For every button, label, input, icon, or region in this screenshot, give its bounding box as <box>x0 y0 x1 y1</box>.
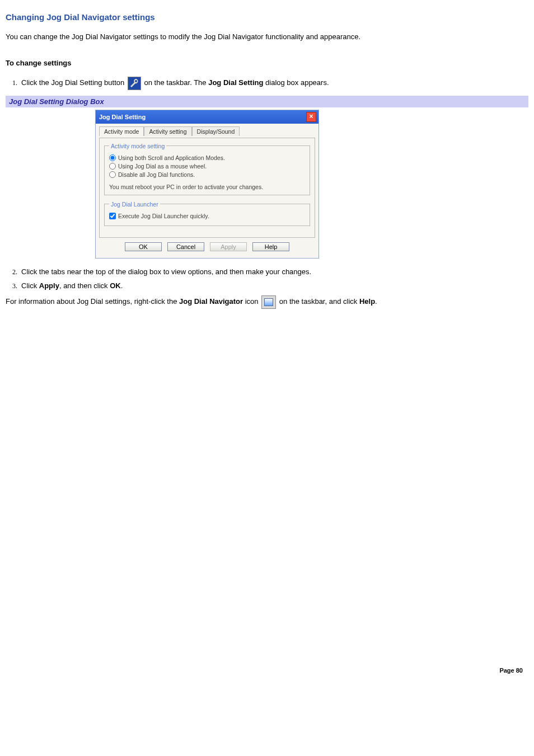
page-number: Page 80 <box>499 667 523 674</box>
tab-display-sound[interactable]: Display/Sound <box>192 126 240 136</box>
tab-activity-setting[interactable]: Activity setting <box>144 126 191 136</box>
help-button[interactable]: Help <box>252 242 289 251</box>
fieldset-activity-mode-legend: Activity mode setting <box>109 143 166 149</box>
radio-mouse-wheel-label: Using Jog Dial as a mouse wheel. <box>118 163 207 170</box>
ok-button[interactable]: OK <box>125 242 162 251</box>
footer-bold1: Jog Dial Navigator <box>179 297 243 306</box>
dialog-title-text: Jog Dial Setting <box>99 114 146 120</box>
step-1-bold: Jog Dial Setting <box>208 78 263 87</box>
radio-both-modes[interactable]: Using both Scroll and Application Modes. <box>109 154 305 161</box>
reboot-note: You must reboot your PC in order to acti… <box>109 184 305 190</box>
radio-disable[interactable]: Disable all Jog Dial functions. <box>109 171 305 178</box>
step-1-text-a: Click the Jog Dial Setting button <box>21 78 127 87</box>
subheading: To change settings <box>6 58 528 69</box>
close-icon[interactable]: × <box>306 112 316 122</box>
radio-mouse-wheel-input[interactable] <box>109 163 116 170</box>
footer-text-d: . <box>375 297 377 306</box>
steps-list-continued: Click the tabs near the top of the dialo… <box>19 267 528 290</box>
footer-bold2: Help <box>359 297 375 306</box>
step-3-text-b: , and then click <box>59 281 110 290</box>
apply-button[interactable]: Apply <box>210 242 247 251</box>
page-title: Changing Jog Dial Navigator settings <box>6 12 528 22</box>
footer-text-b: icon <box>243 297 260 306</box>
dialog-tabs: Activity mode Activity setting Display/S… <box>99 126 315 135</box>
step-3: Click Apply, and then click OK. <box>19 281 528 290</box>
steps-list: Click the Jog Dial Setting button on the… <box>19 77 528 90</box>
dialog-screenshot: Jog Dial Setting × Activity mode Activit… <box>95 110 319 259</box>
dialog-titlebar: Jog Dial Setting × <box>96 110 318 124</box>
step-3-text-a: Click <box>21 281 39 290</box>
footer-text-a: For information about Jog Dial settings,… <box>6 297 179 306</box>
intro-text: You can change the Jog Dial Navigator se… <box>6 32 528 43</box>
checkbox-execute-quickly-input[interactable] <box>109 213 116 219</box>
step-1: Click the Jog Dial Setting button on the… <box>19 77 528 90</box>
jog-dial-navigator-icon <box>261 295 276 309</box>
wrench-icon <box>128 77 141 90</box>
footer-info: For information about Jog Dial settings,… <box>6 295 528 309</box>
step-3-bold1: Apply <box>39 281 59 290</box>
step-1-text-b: on the taskbar. The <box>144 78 209 87</box>
tab-activity-mode[interactable]: Activity mode <box>99 126 144 136</box>
footer-text-c: on the taskbar, and click <box>279 297 359 306</box>
fieldset-activity-mode: Activity mode setting Using both Scroll … <box>104 143 310 195</box>
radio-both-modes-label: Using both Scroll and Application Modes. <box>118 154 225 161</box>
radio-mouse-wheel[interactable]: Using Jog Dial as a mouse wheel. <box>109 163 305 170</box>
fieldset-launcher: Jog Dial Launcher Execute Jog Dial Launc… <box>104 201 310 226</box>
step-1-text-c: dialog box appears. <box>265 78 329 87</box>
radio-disable-input[interactable] <box>109 171 116 178</box>
checkbox-execute-quickly-label: Execute Jog Dial Launcher quickly. <box>118 213 209 219</box>
dialog-button-row: OK Cancel Apply Help <box>99 238 315 252</box>
step-3-text-c: . <box>121 281 123 290</box>
fieldset-launcher-legend: Jog Dial Launcher <box>109 201 160 208</box>
radio-disable-label: Disable all Jog Dial functions. <box>118 171 195 178</box>
checkbox-execute-quickly[interactable]: Execute Jog Dial Launcher quickly. <box>109 213 305 219</box>
cancel-button[interactable]: Cancel <box>167 242 204 251</box>
radio-both-modes-input[interactable] <box>109 154 116 161</box>
dialog-caption: Jog Dial Setting Dialog Box <box>6 96 528 107</box>
step-3-bold2: OK <box>110 281 121 290</box>
step-2: Click the tabs near the top of the dialo… <box>19 267 528 276</box>
